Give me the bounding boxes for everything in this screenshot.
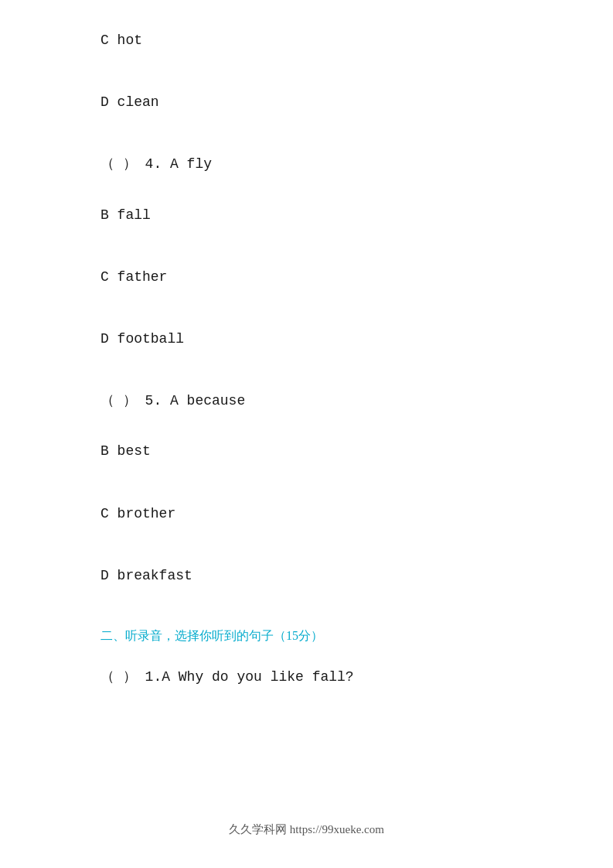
option-b-best-text: B best	[100, 443, 151, 459]
option-c-hot-text: C hot	[100, 32, 142, 48]
option-d-breakfast-text: D breakfast	[100, 568, 192, 583]
option-c-brother: C brother	[100, 504, 513, 524]
option-d-clean-text: D clean	[100, 94, 159, 110]
question-4: （ ） 4. A fly	[100, 155, 513, 174]
option-c-hot: C hot	[100, 31, 513, 50]
option-d-football: D football	[100, 330, 513, 349]
option-d-football-text: D football	[100, 331, 184, 347]
option-b-fall-text: B fall	[100, 207, 151, 223]
option-d-clean: D clean	[100, 93, 513, 112]
question-5: （ ） 5. A because	[100, 391, 513, 411]
section2-question-1-text: （ ） 1.A Why do you like fall?	[100, 669, 354, 685]
section2-header: 二、听录音，选择你听到的句子（15分）	[100, 628, 513, 644]
option-b-fall: B fall	[100, 206, 513, 225]
page-content: C hot D clean （ ） 4. A fly B fall C fath…	[0, 0, 613, 749]
question-4-text: （ ） 4. A fly	[100, 156, 212, 172]
question-5-text: （ ） 5. A because	[100, 393, 245, 408]
footer: 久久学科网 https://99xueke.com	[0, 822, 613, 837]
option-c-father: C father	[100, 268, 513, 287]
option-c-father-text: C father	[100, 269, 167, 285]
option-c-brother-text: C brother	[100, 506, 175, 521]
option-b-best: B best	[100, 442, 513, 461]
option-d-breakfast: D breakfast	[100, 566, 513, 586]
section2-question-1: （ ） 1.A Why do you like fall?	[100, 668, 513, 687]
footer-text: 久久学科网 https://99xueke.com	[229, 823, 384, 836]
